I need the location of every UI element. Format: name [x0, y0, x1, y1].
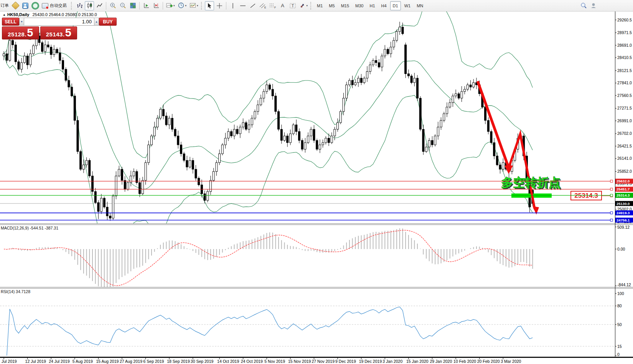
tile-windows-button[interactable]	[128, 1, 137, 10]
candle-body	[263, 92, 265, 98]
rsi-axis-label: 15	[617, 344, 622, 349]
toolbar-grip[interactable]	[71, 2, 73, 10]
fibonacci-button[interactable]: F	[268, 1, 277, 10]
candle-body	[74, 96, 76, 120]
candle-body	[496, 156, 498, 165]
timeframe-button-W1[interactable]: W1	[402, 1, 414, 10]
candle-body	[310, 129, 312, 136]
rsi-line	[7, 307, 533, 356]
main-toolbar: 订单 自动交易	[0, 0, 633, 11]
price-tick-label: 28410.5	[617, 55, 632, 60]
arrows-button[interactable]: ▾	[298, 1, 309, 10]
timeframe-button-MN[interactable]: MN	[414, 1, 426, 10]
candle-body	[130, 176, 132, 182]
annotation-text[interactable]: 多空转折点	[501, 176, 561, 189]
level-price-label: 24919.3	[617, 211, 630, 215]
timeframe-toolbar: M1M5M15M30H1H4D1W1MN	[314, 1, 426, 10]
toolbar-grip[interactable]	[310, 2, 313, 10]
price-tick-label: 28691.0	[617, 43, 632, 48]
timeframe-button-M30[interactable]: M30	[353, 1, 366, 10]
candle-body	[47, 45, 49, 47]
trendline-button[interactable]	[248, 1, 257, 10]
crosshair-button[interactable]	[215, 1, 224, 10]
vertical-line-button[interactable]	[228, 1, 237, 10]
volume-decrease-button[interactable]: ▼	[19, 18, 24, 26]
candle-body	[186, 161, 188, 167]
templates-button[interactable]: ▾	[188, 1, 199, 10]
candle-body	[136, 172, 138, 183]
volume-increase-button[interactable]: ▲	[94, 18, 99, 26]
candle-body	[174, 129, 176, 136]
channel-button[interactable]: E	[258, 1, 267, 10]
candle-body	[59, 53, 61, 61]
date-tick-label: Jul 2019	[2, 359, 17, 364]
indicators-icon	[166, 2, 173, 9]
chart-title: ▲ HK50,Daily 25430.0 25464.0 25080.0 251…	[3, 12, 97, 17]
candlestick-chart-button[interactable]	[85, 1, 94, 10]
candle-body	[30, 54, 31, 65]
cursor-button[interactable]	[205, 1, 214, 10]
candle-body	[142, 180, 143, 194]
periods-button[interactable]: ▾	[177, 1, 188, 10]
candle-body	[160, 109, 162, 118]
candle-body	[351, 80, 353, 85]
candle-body	[319, 145, 321, 149]
buy-price-big-digit: 5	[65, 28, 71, 38]
community-button[interactable]	[589, 1, 598, 10]
new-order-gold-icon-button[interactable]	[11, 1, 20, 10]
timeframe-button-H4[interactable]: H4	[379, 1, 389, 10]
zoom-out-button[interactable]	[118, 1, 127, 10]
horizontal-line-button[interactable]	[238, 1, 247, 10]
candle-body	[242, 123, 244, 127]
search-icon	[580, 2, 587, 9]
auto-scroll-button[interactable]	[142, 1, 151, 10]
search-button[interactable]	[579, 1, 588, 10]
autotrading-icon	[42, 3, 48, 8]
price-tick-label: 29260.5	[617, 18, 632, 22]
timeframe-button-D1[interactable]: D1	[390, 1, 401, 10]
zoom-out-icon	[120, 2, 126, 9]
crosshair-icon	[216, 3, 223, 9]
autotrading-button[interactable]: 自动交易	[41, 1, 69, 10]
timeframe-button-M1[interactable]: M1	[314, 1, 325, 10]
indicators-button[interactable]: ▾	[165, 1, 176, 10]
candle-body	[363, 78, 365, 83]
zoom-in-button[interactable]	[108, 1, 117, 10]
price-tick-label: 26991.0	[617, 118, 632, 123]
candle-body	[77, 120, 79, 151]
sell-button[interactable]: SELL	[2, 18, 19, 26]
buy-button[interactable]: BUY	[99, 18, 117, 26]
new-order-button[interactable]: 订单	[0, 3, 9, 8]
level-handle	[610, 212, 613, 214]
signals-button[interactable]	[31, 1, 40, 10]
level-price-label: 25314.3	[617, 193, 630, 197]
tile-windows-icon	[130, 2, 136, 9]
dropdown-icon: ▾	[197, 4, 198, 7]
candle-body	[390, 47, 392, 54]
dropdown-icon: ▾	[173, 4, 175, 7]
sell-price[interactable]: 25128. 5	[2, 26, 39, 39]
candle-body	[417, 78, 419, 98]
market-watch-button[interactable]	[21, 1, 30, 10]
candle-body	[269, 85, 271, 89]
candle-body	[44, 45, 46, 51]
rsi-axis-label: 0	[617, 352, 620, 357]
chart-canvas[interactable]: 多空转折点多空转折点25314.329260.528971.528691.028…	[0, 0, 633, 364]
toolbar-grip[interactable]	[201, 2, 203, 10]
candle-body	[449, 103, 451, 107]
chart-shift-button[interactable]	[152, 1, 161, 10]
line-chart-button[interactable]	[95, 1, 104, 10]
candle-body	[402, 27, 404, 34]
timeframe-button-M15[interactable]: M15	[338, 1, 352, 10]
timeframe-button-H1[interactable]: H1	[367, 1, 377, 10]
text-label-button[interactable]: T	[288, 1, 297, 10]
level-handle	[610, 194, 613, 197]
volume-input[interactable]	[24, 18, 94, 26]
text-button[interactable]: A	[278, 1, 287, 10]
candle-body	[375, 61, 377, 63]
macd-axis-label: 0.00	[617, 247, 625, 251]
bar-chart-button[interactable]	[75, 1, 84, 10]
buy-price[interactable]: 25143. 5	[40, 26, 77, 39]
timeframe-button-M5[interactable]: M5	[326, 1, 337, 10]
candle-body	[313, 129, 315, 140]
